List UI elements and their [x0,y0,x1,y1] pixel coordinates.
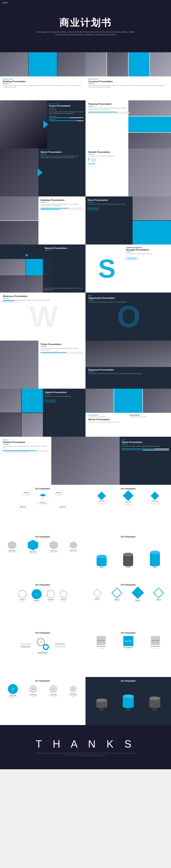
strenght-body: Lorem ipsum dolor sit amet consectetur a… [126,253,169,254]
infographic-3-title: Our Infographic [3,536,83,538]
weakness-slide: W Weakness Presentation Lorem ipsum dolo… [0,292,86,341]
project-body: Lorem ipsum dolor sit amet consectetur a… [49,111,84,115]
buildtype-slide: Buildtype Presentation Lorem ipsum dolor… [0,196,86,245]
infographic-7-title: Our Infographic [3,632,83,634]
building-body: Lorem ipsum dolor sit amet consectetur a… [3,85,83,88]
threat-title: Threat Presentation [40,343,84,345]
sketch-slide: Sketch Presentation Lorem ipsum dolor si… [0,148,86,196]
inputs-title: Inputs Presentation [122,441,169,443]
sketch-title: Sketch Presentation [40,151,84,153]
slides-row-2: Business 2019 Project Presentation Futur… [0,100,171,148]
equipment-slide: Equipment Presentation Lorem ipsum dolor… [86,341,171,389]
slides-row-4: Buildtype Presentation Lorem ipsum dolor… [0,196,171,245]
opportunity-slide: O Swot Opportunity Presentation Lorem ip… [86,292,171,341]
nicatile-slide: Nicatile Presentation Lorem ipsum dolor … [86,148,171,196]
infographic-circles-blue: Our Infographic 01 Graph Title Lorem ips… [0,677,86,725]
infographic-diamonds: Our Infographic Label One Lorem ipsum do… [86,485,171,533]
cabinet-title: Cabinet Presentation [45,391,84,394]
outputs-slide: Outputs Outputs Presentation Lorem ipsum… [0,437,86,485]
building-slide: Business 2016 Building Presentation Lore… [0,52,86,100]
inputs-slide: Inputs Inputs Presentation Lorem ipsum d… [86,437,171,485]
sircut-title: Sircut Presentation [87,199,131,201]
material-slide: Material Presentation Lorem ipsum dolor … [0,245,86,292]
infographic-4-title: Our Infographic [88,536,168,538]
infographic-row-5: Our Infographic 01 Graph Title Lorem ips… [0,677,171,725]
weakness-title: Weakness Presentation [3,295,83,298]
slides-row-5: Material Presentation Lorem ipsum dolor … [0,245,171,292]
construct-title: Construct Presentation [88,80,168,83]
sircut-body: Lorem ipsum dolor sit amet consectetur a… [87,203,131,205]
material-body: Lorem ipsum dolor sit amet consectetur a… [44,287,85,291]
strenght-slide: S STRENGTHS SERVICES Strenght Presentati… [86,245,171,292]
logo-text: 澳界网 [2,2,8,4]
nicatile-body: Lorem ipsum dolor sit amet consectetur a… [88,155,130,157]
strenght-title: Strenght Presentation [126,249,169,251]
project-slide: Business 2019 Project Presentation Futur… [0,100,86,148]
thanks-slide: T H A N K S Best designers will have the… [0,725,171,769]
slides-row-8: Cabinet Presentation Lorem ipsum dolor s… [0,389,171,437]
infographic-row-4: Our Infographic Lorem ipsum dolor sit am… [0,629,171,677]
buildtype-title: Buildtype Presentation [40,199,84,201]
cover-slide: 澳界网 商业计划书 Best designers will have their… [0,0,171,52]
cabinet-body: Lorem ipsum dolor sit amet consectetur a… [45,396,84,397]
cabinet-slide: Cabinet Presentation Lorem ipsum dolor s… [0,389,86,437]
infographic-row-2: Our Infographic Topic Title 1 Lorem ipsu… [0,533,171,581]
infographic-hexagons: Our Infographic Topic Title 1 Lorem ipsu… [0,533,86,581]
nicatile-title: Nicatile Presentation [88,151,130,153]
planning-body: Lorem ipsum dolor sit amet consectetur a… [88,107,130,111]
infographic-umbrella: Our Infographic Lable text Lorem ipsum d… [0,485,86,533]
infographic-5-title: Our Infographic [3,584,83,586]
building-title: Building Presentation [3,80,83,83]
infographic-9-title: Our Infographic [3,680,83,682]
infographic-10-title: Our Infographic [88,680,168,682]
infographic-8-title: Our Infographic [88,632,168,634]
infographic-1-title: Our Infographic [3,488,83,490]
infographic-row-1: Our Infographic Lable text Lorem ipsum d… [0,485,171,533]
sketch-body: Lorem ipsum dolor sit amet consectetur a… [40,155,84,159]
planning-title: Planning Presentation [88,103,130,105]
material-title: Material Presentation [45,247,84,249]
slides-row-3: Sketch Presentation Lorem ipsum dolor si… [0,148,171,196]
equipment-title: Equipment Presentation [88,369,168,371]
infographic-gears: Our Infographic Lorem ipsum dolor sit am… [0,629,86,677]
infographic-2-title: Our Infographic [88,488,168,490]
opportunity-body: Lorem ipsum dolor sit amet consectetur a… [88,301,132,303]
opportunity-title: Opportunity Presentation [88,297,168,299]
infographic-6-title: Our Infographic [88,584,168,586]
infographic-row-3: Our Infographic → Label One Lorem ipsum … [0,581,171,629]
sircut-slide: Sircut Presentation Lorem ipsum dolor si… [86,196,171,245]
infographic-cylinders: Our Infographic 1,267,898 Label 1 2,267,… [86,533,171,581]
inputs-body: Lorem ipsum dolor sit amet consectetur a… [122,445,169,447]
project-title: Project Presentation [49,104,84,107]
slides-row-1: Business 2016 Building Presentation Lore… [0,52,171,100]
infographic-diamonds2: Our Infographic Shape 1 Lorem ipsum Shap… [86,581,171,629]
infographic-numbers: Our Infographic Insert Title Insert Filt… [86,629,171,677]
slides-row-6: W Weakness Presentation Lorem ipsum dolo… [0,292,171,341]
worker-slide: Strong Address Lorem ipsum dolor sit ame… [86,389,171,437]
outputs-body: Lorem ipsum dolor sit amet consectetur a… [3,445,49,449]
threat-slide: T Threat Presentation Lorem ipsum dolor … [0,341,86,389]
slides-row-9: Outputs Outputs Presentation Lorem ipsum… [0,437,171,485]
construct-body: We are organized as follows. First we br… [88,85,168,88]
outputs-title: Outputs Presentation [3,441,49,443]
worker-body: Lorem ipsum dolor sit amet consectetur a… [88,422,168,423]
equipment-body: Lorem ipsum dolor sit amet consectetur a… [88,373,168,375]
infographic-circles-arrows: Our Infographic → Label One Lorem ipsum … [0,581,86,629]
threat-body: Lorem ipsum dolor sit amet consectetur a… [40,347,84,351]
buildtype-body: Lorem ipsum dolor sit amet consectetur a… [40,203,84,207]
svg-text:⚙: ⚙ [40,641,41,643]
construct-slide: Business 2016 Construct Presentation We … [86,52,171,100]
planning-slide: Planning Presentation Lorem ipsum dolor … [86,100,171,148]
worker-title: Worker Presentation [88,418,168,421]
slides-row-7: T Threat Presentation Lorem ipsum dolor … [0,341,171,389]
project-label: Business 2019 [49,103,84,104]
svg-text:⚙: ⚙ [45,646,47,648]
